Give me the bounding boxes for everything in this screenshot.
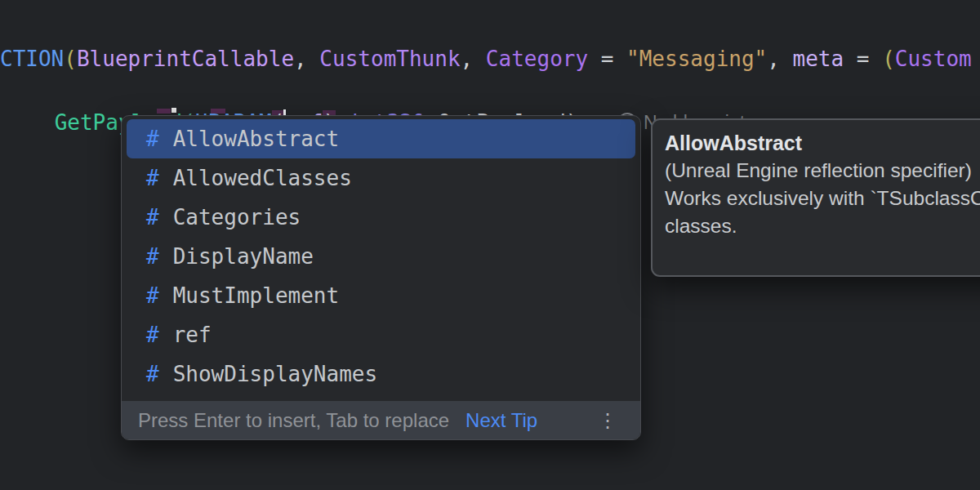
attribute-icon: # [146, 283, 159, 308]
completion-list: # AllowAbstract # AllowedClasses # Categ… [122, 116, 640, 394]
specifier: Custom [895, 47, 972, 71]
operator: = [588, 47, 626, 71]
macro-name: CTION [0, 47, 64, 71]
specifier: BlueprintCallable [77, 47, 294, 71]
attribute-icon: # [146, 205, 159, 229]
code-line-ufunction: CTION(BlueprintCallable, CustomThunk, Ca… [0, 45, 972, 73]
paren: ( [882, 47, 895, 71]
completion-item-showdisplaynames[interactable]: # ShowDisplayNames [122, 354, 640, 394]
completion-item-allowedclasses[interactable]: # AllowedClasses [122, 158, 640, 198]
comma: , [461, 47, 486, 71]
code-completion-popup: # AllowAbstract # AllowedClasses # Categ… [121, 115, 641, 440]
completion-item-ref[interactable]: # ref [122, 315, 640, 354]
completion-footer: Press Enter to insert, Tab to replace Ne… [122, 401, 640, 439]
doc-line: (Unreal Engine reflection specifier) [665, 157, 980, 185]
string-literal: "Messaging" [626, 47, 767, 71]
comma: , [767, 47, 792, 71]
completion-item-label: MustImplement [173, 283, 340, 308]
more-options-icon[interactable]: ⋮ [598, 409, 617, 432]
attribute-icon: # [146, 244, 159, 269]
next-line-highlight-sliver [157, 109, 171, 114]
specifier: Category [486, 47, 588, 71]
next-line-highlight-sliver [211, 109, 225, 114]
completion-item-allowabstract[interactable]: # AllowAbstract [127, 119, 635, 158]
doc-title: AllowAbstract [665, 129, 980, 157]
specifier: meta [793, 47, 844, 71]
completion-item-label: ref [173, 323, 212, 347]
attribute-icon: # [146, 362, 159, 386]
quick-doc-popup: AllowAbstract (Unreal Engine reflection … [651, 118, 980, 277]
attribute-icon: # [146, 127, 159, 151]
completion-item-label: ShowDisplayNames [173, 362, 377, 386]
completion-item-label: AllowAbstract [173, 127, 340, 151]
operator: = [844, 47, 882, 71]
completion-item-label: AllowedClasses [173, 166, 352, 190]
attribute-icon: # [146, 166, 159, 190]
doc-line: Works exclusively with `TSubclassOf` [665, 185, 980, 212]
next-line-caret-sliver [172, 108, 176, 113]
completion-item-displayname[interactable]: # DisplayName [122, 237, 640, 276]
completion-item-categories[interactable]: # Categories [122, 198, 640, 237]
completion-item-mustimplement[interactable]: # MustImplement [122, 276, 640, 315]
completion-item-label: DisplayName [173, 244, 314, 269]
doc-line: classes. [665, 212, 980, 240]
comma: , [294, 47, 319, 71]
specifier: CustomThunk [319, 47, 460, 71]
attribute-icon: # [146, 323, 159, 347]
paren: ( [64, 47, 77, 71]
completion-footer-hint: Press Enter to insert, Tab to replace [138, 409, 449, 432]
next-tip-link[interactable]: Next Tip [466, 409, 537, 432]
completion-item-label: Categories [173, 205, 301, 229]
